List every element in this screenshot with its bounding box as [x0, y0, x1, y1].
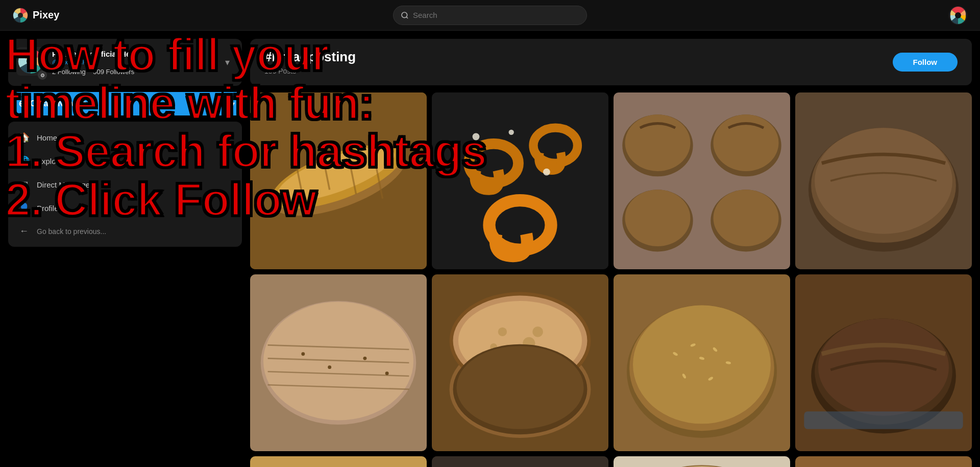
- nav-item-profile[interactable]: 👤 Profile: [8, 196, 242, 220]
- grid-item-12[interactable]: [795, 456, 972, 467]
- profile-dropdown-button[interactable]: ▾: [221, 55, 234, 70]
- create-post-caret-button[interactable]: ▾: [224, 92, 242, 115]
- svg-point-5: [955, 12, 961, 18]
- follow-button[interactable]: Follow: [893, 53, 958, 72]
- svg-point-58: [456, 346, 583, 429]
- profile-name: Pixelfed Unofficial Help: [52, 50, 214, 58]
- nav-menu: 🏠 Home 🌐 Explore ✉ Direct Messages 👤 Pro…: [8, 122, 242, 247]
- image-grid: [250, 92, 972, 467]
- grid-item-3[interactable]: [614, 92, 790, 269]
- settings-badge[interactable]: ⚙: [38, 71, 47, 80]
- grid-item-8[interactable]: [795, 274, 972, 451]
- followers-label: Followers: [106, 68, 135, 76]
- hashtag-title: #breadposting: [264, 49, 356, 65]
- hashtag-header: #breadposting 136 Posts Follow: [250, 39, 972, 85]
- svg-point-44: [328, 365, 331, 369]
- svg-point-52: [498, 328, 507, 336]
- bread-image-7: [614, 274, 790, 451]
- profile-avatar-wrap: ⚙: [16, 47, 45, 78]
- user-avatar[interactable]: [948, 6, 968, 25]
- svg-point-29: [625, 190, 690, 246]
- messages-icon: ✉: [18, 179, 30, 190]
- grid-item-6[interactable]: [432, 274, 608, 451]
- svg-rect-74: [804, 411, 963, 429]
- bread-image-10: [432, 456, 608, 467]
- svg-point-2: [402, 12, 407, 18]
- svg-line-3: [406, 17, 408, 18]
- bread-image-11: [614, 456, 790, 467]
- nav-label-profile: Profile: [37, 204, 59, 213]
- topnav: Pixey: [0, 0, 980, 31]
- search-input[interactable]: [413, 11, 579, 19]
- nav-item-messages[interactable]: ✉ Direct Messages: [8, 173, 242, 196]
- svg-point-45: [363, 357, 366, 360]
- following-label: Following: [58, 68, 86, 76]
- search-bar-wrap: [94, 6, 886, 25]
- svg-rect-85: [432, 456, 608, 467]
- content-area: #breadposting 136 Posts Follow: [250, 31, 980, 467]
- svg-rect-99: [795, 456, 972, 467]
- profile-info: Pixelfed Unofficial Help @PixelfedHelp 2…: [52, 50, 214, 76]
- profile-card: ⚙ Pixelfed Unofficial Help @PixelfedHelp…: [8, 39, 242, 86]
- bread-image-6: [432, 274, 608, 451]
- grid-item-1[interactable]: [250, 92, 427, 269]
- posts-count: 136: [264, 67, 276, 75]
- hashtag-count: 136 Posts: [264, 67, 356, 75]
- main-layout: ⚙ Pixelfed Unofficial Help @PixelfedHelp…: [0, 0, 980, 467]
- bread-image-9: [250, 456, 427, 467]
- hashtag-info: #breadposting 136 Posts: [264, 49, 356, 75]
- bread-image-2: [432, 92, 608, 269]
- explore-icon: 🌐: [18, 155, 30, 167]
- grid-item-10[interactable]: [432, 456, 608, 467]
- nav-label-explore: Explore: [37, 157, 63, 166]
- bread-image-12: [795, 456, 972, 467]
- nav-label-back: Go back to previous...: [37, 227, 106, 236]
- left-sidebar: ⚙ Pixelfed Unofficial Help @PixelfedHelp…: [0, 31, 250, 467]
- create-post-circle-icon: ⊕: [18, 98, 26, 109]
- brand-logo[interactable]: Pixey: [12, 7, 94, 24]
- following-count: 2: [52, 68, 56, 76]
- grid-item-9[interactable]: [250, 456, 427, 467]
- bread-image-8: [795, 274, 972, 451]
- nav-label-messages: Direct Messages: [37, 180, 94, 189]
- svg-point-55: [532, 326, 543, 337]
- nav-label-home: Home: [37, 133, 57, 142]
- svg-point-31: [713, 190, 778, 246]
- grid-item-5[interactable]: [250, 274, 427, 451]
- profile-icon: 👤: [18, 202, 30, 214]
- svg-point-21: [509, 130, 514, 135]
- back-icon: ←: [18, 226, 30, 237]
- bread-image-1: [250, 92, 427, 269]
- grid-item-2[interactable]: [432, 92, 608, 269]
- create-post-label: Create New Post: [30, 99, 94, 108]
- svg-rect-16: [432, 92, 608, 269]
- bread-image-5: [250, 274, 427, 451]
- profile-handle[interactable]: @PixelfedHelp: [52, 58, 214, 66]
- grid-item-4[interactable]: [795, 92, 972, 269]
- svg-point-35: [815, 128, 952, 234]
- svg-point-20: [473, 133, 480, 141]
- nav-right: [886, 6, 968, 25]
- bread-image-3: [614, 92, 790, 269]
- nav-item-home[interactable]: 🏠 Home: [8, 126, 242, 149]
- svg-point-43: [301, 352, 305, 356]
- svg-point-1: [18, 13, 23, 18]
- nav-item-back[interactable]: ← Go back to previous...: [8, 220, 242, 243]
- brand-icon: [12, 7, 29, 24]
- create-post-button[interactable]: ⊕ Create New Post: [8, 92, 222, 115]
- grid-item-7[interactable]: [614, 274, 790, 451]
- svg-point-62: [633, 306, 771, 424]
- search-icon: [401, 11, 409, 19]
- bread-image-4: [795, 92, 972, 269]
- svg-point-46: [385, 371, 389, 375]
- profile-stats: 2 Following 509 Followers: [52, 68, 214, 76]
- posts-label: Posts: [278, 67, 296, 75]
- grid-item-11[interactable]: [614, 456, 790, 467]
- svg-point-22: [543, 169, 550, 176]
- home-icon: 🏠: [18, 132, 30, 143]
- svg-point-7: [27, 57, 35, 65]
- nav-item-explore[interactable]: 🌐 Explore: [8, 149, 242, 173]
- followers-count: 509: [93, 68, 104, 76]
- svg-rect-75: [250, 456, 427, 467]
- search-bar[interactable]: [393, 6, 587, 25]
